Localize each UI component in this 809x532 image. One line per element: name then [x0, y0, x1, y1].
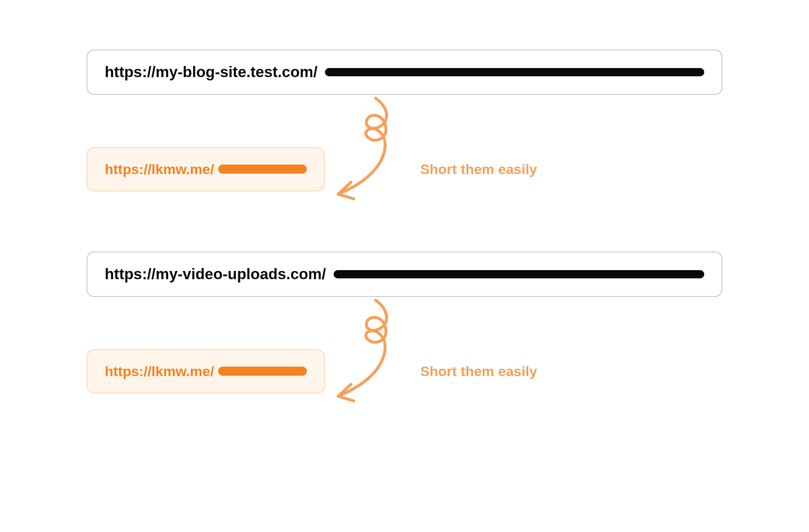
short-url-box: https://lkmw.me/ — [87, 349, 325, 393]
caption-text: Short them easily — [420, 161, 537, 177]
caption-text: Short them easily — [420, 363, 537, 379]
redacted-short-path-bar — [218, 367, 307, 376]
long-url-text: https://my-video-uploads.com/ — [105, 266, 326, 283]
redacted-path-bar — [334, 270, 704, 278]
short-url-text: https://lkmw.me/ — [105, 161, 214, 177]
long-url-text: https://my-blog-site.test.com/ — [105, 64, 317, 81]
short-url-row: https://lkmw.me/ Short them easily — [87, 132, 722, 206]
long-url-box: https://my-blog-site.test.com/ — [87, 49, 722, 95]
redacted-path-bar — [325, 68, 704, 76]
redacted-short-path-bar — [218, 165, 307, 174]
short-url-row: https://lkmw.me/ Short them easily — [87, 334, 722, 408]
short-url-text: https://lkmw.me/ — [105, 363, 214, 379]
long-url-box: https://my-video-uploads.com/ — [87, 252, 722, 297]
curly-arrow-icon — [332, 293, 404, 408]
url-shortener-example: https://my-video-uploads.com/ https://lk… — [87, 252, 722, 408]
short-url-box: https://lkmw.me/ — [87, 147, 325, 191]
curly-arrow-icon — [332, 91, 404, 206]
url-shortener-example: https://my-blog-site.test.com/ https://l… — [87, 49, 722, 206]
